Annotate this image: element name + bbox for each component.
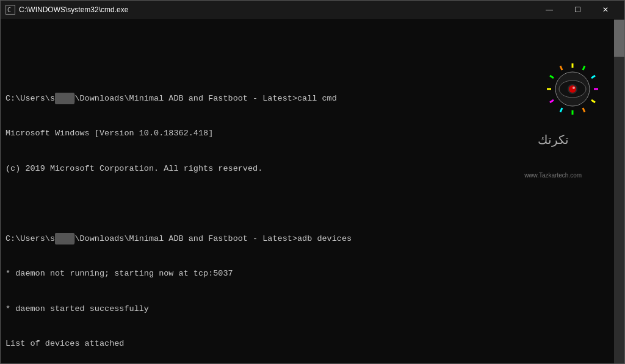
minimize-button[interactable]: — <box>535 1 563 19</box>
svg-text:C: C <box>7 7 11 13</box>
watermark-logo <box>544 60 602 118</box>
svg-line-12 <box>550 76 554 78</box>
maximize-button[interactable]: ☐ <box>563 1 591 19</box>
svg-line-3 <box>583 66 585 70</box>
line-2: Microsoft Windows [Version 10.0.18362.41… <box>5 127 609 139</box>
watermark: تكرتك www.Tazkartech.com <box>504 37 602 204</box>
line-1: C:\Users\s████\Downloads\Minimal ADB and… <box>5 93 609 104</box>
line-7: * daemon started successfully <box>5 303 609 315</box>
line-5: C:\Users\s████\Downloads\Minimal ADB and… <box>5 233 609 244</box>
cmd-window: C C:\WINDOWS\system32\cmd.exe — ☐ ✕ <box>0 0 625 364</box>
terminal-output[interactable]: تكرتك www.Tazkartech.com C:\Users\s████\… <box>1 19 614 363</box>
content-area: تكرتك www.Tazkartech.com C:\Users\s████\… <box>1 19 624 363</box>
scrollbar[interactable] <box>614 19 624 363</box>
scroll-thumb[interactable] <box>614 20 624 57</box>
line-4 <box>5 198 609 209</box>
close-button[interactable]: ✕ <box>591 1 620 19</box>
line-6: * daemon not running; starting now at tc… <box>5 268 609 279</box>
line-8: List of devices attached <box>5 338 609 349</box>
line-3: (c) 2019 Microsoft Corporation. All righ… <box>5 163 609 174</box>
window-title: C:\WINDOWS\system32\cmd.exe <box>19 5 128 14</box>
svg-line-7 <box>583 108 585 112</box>
title-bar-left: C C:\WINDOWS\system32\cmd.exe <box>5 5 128 15</box>
cmd-icon: C <box>5 5 15 15</box>
title-bar: C C:\WINDOWS\system32\cmd.exe — ☐ ✕ <box>1 1 624 19</box>
svg-line-13 <box>560 66 562 70</box>
window-controls: — ☐ ✕ <box>535 1 620 19</box>
svg-line-4 <box>591 76 595 78</box>
svg-point-17 <box>569 85 576 93</box>
svg-point-18 <box>573 87 575 89</box>
svg-line-9 <box>560 108 562 112</box>
